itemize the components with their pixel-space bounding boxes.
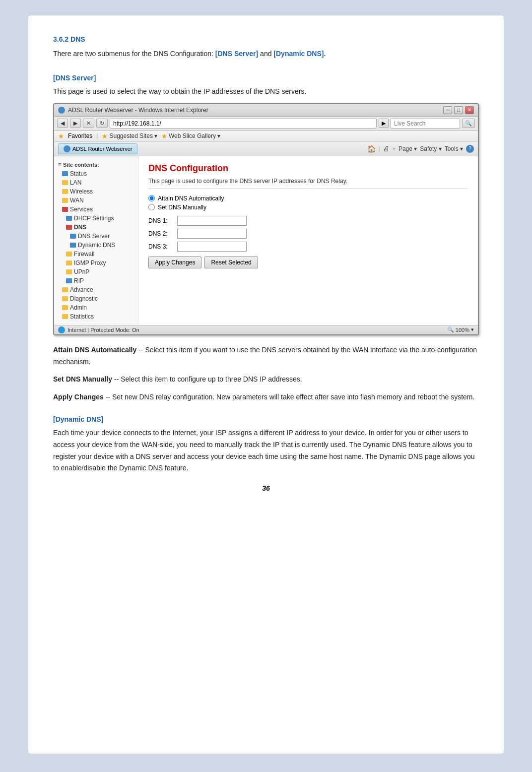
web-slice-item[interactable]: ★ Web Slice Gallery ▾ — [161, 132, 220, 140]
sidebar-item-dhcp[interactable]: DHCP Settings — [54, 214, 138, 223]
sidebar-item-statistics[interactable]: Statistics — [54, 312, 138, 321]
sidebar-item-wan[interactable]: WAN — [54, 196, 138, 205]
status-globe-icon: 🌐 — [58, 326, 65, 333]
zoom-level: 100% — [456, 327, 469, 333]
sidebar-item-advance[interactable]: Advance — [54, 285, 138, 294]
forward-button[interactable]: ▶ — [70, 119, 81, 128]
sidebar-item-admin[interactable]: Admin — [54, 303, 138, 312]
sidebar-item-wireless[interactable]: Wireless — [54, 187, 138, 196]
browser-toolbar: ADSL Router Webserver 🏠 | 🖨 ▾ Page ▾ Saf… — [54, 142, 478, 156]
sidebar-item-dns-server[interactable]: DNS Server — [54, 232, 138, 241]
minimize-button[interactable]: ─ — [443, 106, 452, 114]
go-button[interactable]: ▶ — [379, 119, 389, 128]
sidebar-dhcp-icon — [66, 216, 72, 221]
sidebar-item-lan[interactable]: LAN — [54, 178, 138, 187]
sidebar-item-rip[interactable]: RIP — [54, 276, 138, 285]
help-icon[interactable]: ? — [466, 145, 474, 153]
radio-set-manual[interactable] — [148, 204, 155, 210]
dns-config-desc: This page is used to configure the DNS s… — [148, 178, 468, 189]
sidebar-wireless-label: Wireless — [70, 188, 93, 195]
section-heading: 3.6.2 DNS — [53, 35, 479, 43]
browser-statusbar: 🌐 Internet | Protected Mode: On 🔍 100% ▾ — [54, 325, 478, 334]
titlebar-left: ADSL Router Webserver - Windows Internet… — [58, 107, 208, 114]
apply-changes-text: -- Set new DNS relay configuration. New … — [106, 393, 475, 401]
sidebar-item-services[interactable]: Services — [54, 205, 138, 214]
sidebar-wireless-icon — [62, 189, 68, 194]
reset-selected-button[interactable]: Reset Selected — [204, 257, 258, 268]
radio-set-manual-label: Set DNS Manually — [158, 204, 206, 211]
dns2-input[interactable] — [177, 229, 247, 239]
status-left: 🌐 Internet | Protected Mode: On — [58, 326, 139, 333]
print-icon[interactable]: 🖨 — [383, 145, 390, 152]
browser-favicon — [58, 107, 65, 114]
close-button[interactable]: ✕ — [465, 106, 474, 114]
set-dns-term: Set DNS Manually — [53, 375, 112, 383]
toolbar-right: 🏠 | 🖨 ▾ Page ▾ Safety ▾ Tools ▾ ? — [367, 145, 474, 153]
intro-text: There are two submenus for the DNS Confi… — [53, 50, 213, 58]
sidebar-item-firewall[interactable]: Firewall — [54, 250, 138, 258]
sidebar-admin-icon — [62, 305, 68, 310]
home-icon[interactable]: 🏠 — [367, 145, 376, 153]
refresh-button[interactable]: ↻ — [96, 119, 108, 128]
sidebar-dhcp-label: DHCP Settings — [74, 215, 114, 222]
sidebar-igmp-label: IGMP Proxy — [74, 259, 106, 266]
apply-changes-desc: Apply Changes -- Set new DNS relay confi… — [53, 391, 479, 403]
search-go-button[interactable]: 🔍 — [462, 119, 475, 128]
radio-attain-auto-label: Attain DNS Automatically — [158, 195, 224, 202]
toolbar-sep2: ▾ — [393, 145, 396, 152]
sidebar-item-igmp[interactable]: IGMP Proxy — [54, 258, 138, 267]
zoom-chevron-icon[interactable]: ▾ — [471, 326, 474, 333]
sidebar-firewall-icon — [66, 252, 72, 257]
dns3-input[interactable] — [177, 242, 247, 252]
dynamic-dns-highlight: [Dynamic DNS]. — [273, 50, 326, 58]
apply-changes-button[interactable]: Apply Changes — [148, 257, 201, 268]
dns-config-title: DNS Configuration — [148, 163, 468, 174]
browser-addressbar: ◀ ▶ ✕ ↻ ▶ 🔍 — [54, 117, 478, 131]
sidebar-item-diagnostic[interactable]: Diagnostic — [54, 294, 138, 303]
sidebar-item-status[interactable]: Status — [54, 169, 138, 178]
page-tab[interactable]: ADSL Router Webserver — [58, 143, 137, 154]
sidebar-site-contents-label: Site contents: — [63, 162, 99, 168]
sidebar-item-dynamic-dns[interactable]: Dynamic DNS — [54, 241, 138, 250]
dns2-label: DNS 2: — [148, 230, 173, 237]
and-text: and — [260, 50, 271, 58]
zoom-indicator[interactable]: 🔍 100% ▾ — [447, 326, 474, 333]
toolbar-sep1: | — [379, 145, 380, 152]
sidebar-advance-label: Advance — [70, 286, 93, 293]
dns1-label: DNS 1: — [148, 217, 173, 224]
dynamic-dns-heading: [Dynamic DNS] — [53, 415, 479, 423]
back-button[interactable]: ◀ — [57, 119, 68, 128]
web-slice-star-icon: ★ — [161, 132, 167, 140]
close-load-button[interactable]: ✕ — [83, 119, 94, 128]
web-slice-chevron-icon[interactable]: ▾ — [217, 132, 220, 139]
address-input[interactable] — [110, 119, 377, 129]
main-panel: DNS Configuration This page is used to c… — [138, 156, 478, 325]
dns3-label: DNS 3: — [148, 243, 173, 250]
suggested-chevron-icon[interactable]: ▾ — [154, 132, 157, 139]
sidebar-diagnostic-icon — [62, 296, 68, 301]
page-button[interactable]: Page ▾ — [399, 145, 417, 152]
sidebar-lan-label: LAN — [70, 179, 81, 186]
dynamic-dns-text: Each time your device connects to the In… — [53, 427, 479, 474]
sidebar-dns-icon — [66, 225, 72, 230]
sidebar-upnp-label: UPnP — [74, 268, 89, 275]
favorites-bar: ★ Favorites | ★ Suggested Sites ▾ ★ Web … — [54, 131, 478, 142]
sidebar-dns-server-icon — [70, 234, 76, 239]
sidebar-admin-label: Admin — [70, 304, 87, 311]
radio-attain-auto-row: Attain DNS Automatically — [148, 195, 468, 202]
sidebar-item-upnp[interactable]: UPnP — [54, 267, 138, 276]
page-container: 3.6.2 DNS There are two submenus for the… — [28, 15, 504, 754]
suggested-sites-item[interactable]: ★ Suggested Sites ▾ — [102, 132, 157, 140]
tools-button[interactable]: Tools ▾ — [445, 145, 463, 152]
favorites-label[interactable]: Favorites — [68, 132, 92, 139]
safety-button[interactable]: Safety ▾ — [420, 145, 441, 152]
sidebar-item-dns[interactable]: DNS — [54, 223, 138, 232]
sidebar-upnp-icon — [66, 269, 72, 274]
radio-attain-auto[interactable] — [148, 195, 155, 201]
page-tab-icon — [64, 145, 70, 152]
status-text: Internet | Protected Mode: On — [67, 327, 139, 333]
dns1-input[interactable] — [177, 216, 247, 226]
search-input[interactable] — [391, 119, 460, 129]
maximize-button[interactable]: □ — [454, 106, 463, 114]
suggested-sites-label: Suggested Sites — [109, 132, 152, 139]
